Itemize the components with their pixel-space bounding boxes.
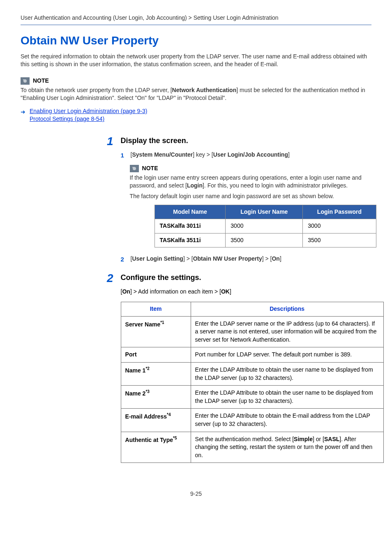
step1-title: Display the screen.: [121, 136, 376, 146]
note-label: NOTE: [142, 164, 158, 173]
table-row: Name 1*2 Enter the LDAP Attribute to obt…: [121, 363, 383, 386]
step-number-1: 1: [107, 136, 113, 268]
link-enabling-ula[interactable]: Enabling User Login Administration (page…: [30, 107, 147, 116]
substep-1-num: 1: [121, 151, 127, 160]
substep-1-body: [System Menu/Counter] key > [User Login/…: [131, 151, 376, 160]
note2-body-1: If the login user name entry screen appe…: [130, 174, 376, 190]
step2-line: [On] > Add information on each item > [O…: [121, 288, 384, 296]
th-pass: Login Password: [303, 205, 376, 219]
breadcrumb: User Authentication and Accounting (User…: [21, 14, 371, 22]
settings-table: Item Descriptions Server Name*1 Enter th…: [121, 302, 384, 463]
table-row: TASKalfa 3011i 3000 3000: [154, 219, 376, 234]
svg-rect-1: [23, 79, 24, 80]
divider: [21, 25, 371, 25]
credentials-table: Model Name Login User Name Login Passwor…: [154, 205, 376, 248]
substep-2-body: [User Login Setting] > [Obtain NW User P…: [131, 255, 376, 264]
note-icon: [21, 77, 30, 85]
page-number: 9-25: [21, 490, 371, 498]
table-row: Authentic at Type*5 Set the authenticati…: [121, 432, 383, 463]
step-number-2: 2: [107, 273, 113, 469]
note-label: NOTE: [33, 77, 49, 85]
arrow-icon: ➜: [21, 108, 25, 116]
table-row: Server Name*1 Enter the LDAP server name…: [121, 316, 383, 347]
note-body-1: To obtain the network user property from…: [21, 86, 371, 102]
page-title: Obtain NW User Property: [21, 32, 371, 49]
th-user: Login User Name: [226, 205, 303, 219]
table-row: Port Port number for LDAP server. The de…: [121, 347, 383, 363]
note-icon: [130, 165, 139, 172]
note-block-1: NOTE To obtain the network user property…: [21, 77, 371, 102]
th-model: Model Name: [154, 205, 226, 219]
step2-title: Configure the settings.: [121, 273, 384, 283]
th-desc: Descriptions: [191, 302, 383, 317]
note2-body-2: The factory default login user name and …: [130, 192, 376, 201]
substep-2-num: 2: [121, 255, 127, 264]
intro-paragraph: Set the required information to obtain t…: [21, 53, 371, 69]
table-row: E-mail Address*4 Enter the LDAP Attribut…: [121, 409, 383, 432]
th-item: Item: [121, 302, 191, 317]
svg-rect-3: [132, 167, 134, 168]
table-row: Name 2*3 Enter the LDAP Attribute to obt…: [121, 386, 383, 409]
link-protocol-settings[interactable]: Protocol Settings (page 8-54): [30, 115, 147, 123]
link-row: ➜ Enabling User Login Administration (pa…: [21, 107, 371, 123]
table-row: TASKalfa 3511i 3500 3500: [154, 233, 376, 247]
